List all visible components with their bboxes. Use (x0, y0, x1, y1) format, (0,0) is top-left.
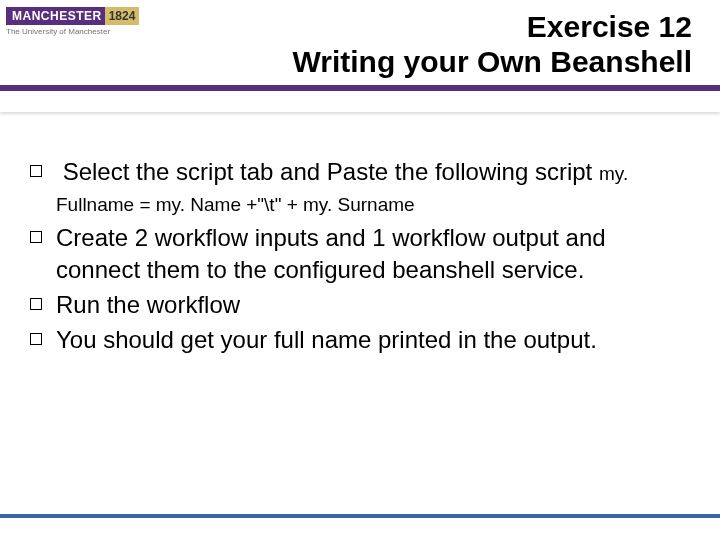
bullet-text: Create 2 workflow inputs and 1 workflow … (56, 222, 680, 284)
list-item: Create 2 workflow inputs and 1 workflow … (30, 222, 680, 284)
header-divider (0, 85, 720, 91)
bullet-text: Select the script tab and Paste the foll… (56, 156, 680, 218)
bullet-text: Run the workflow (56, 289, 240, 320)
slide-body: Select the script tab and Paste the foll… (0, 112, 720, 355)
slide-header: MANCHESTER1824 The University of Manches… (0, 0, 720, 112)
title-line-2: Writing your Own Beanshell (150, 45, 692, 80)
list-item: Select the script tab and Paste the foll… (30, 156, 680, 218)
university-logo: MANCHESTER1824 The University of Manches… (6, 6, 146, 50)
list-item: You should get your full name printed in… (30, 324, 680, 355)
bullet-main: Select the script tab and Paste the foll… (63, 158, 593, 185)
logo-year: 1824 (105, 7, 140, 25)
logo-name: MANCHESTER (6, 7, 108, 25)
square-bullet-icon (30, 333, 42, 345)
bullet-text: You should get your full name printed in… (56, 324, 597, 355)
logo-subtitle: The University of Manchester (6, 27, 146, 36)
square-bullet-icon (30, 165, 42, 177)
footer-divider (0, 514, 720, 518)
list-item: Run the workflow (30, 289, 680, 320)
square-bullet-icon (30, 298, 42, 310)
title-line-1: Exercise 12 (150, 10, 692, 45)
square-bullet-icon (30, 231, 42, 243)
